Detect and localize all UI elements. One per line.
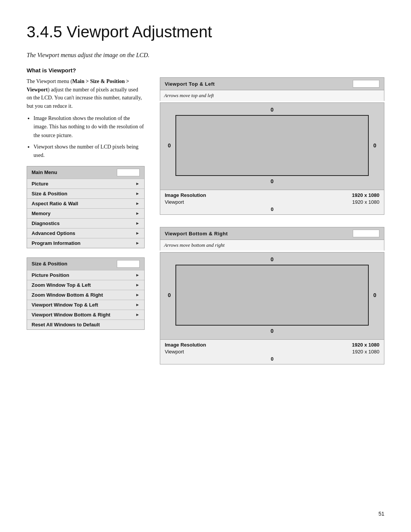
arrow-icon: ► <box>135 201 140 206</box>
viewport-bottom-right-zero: 0 <box>165 356 379 362</box>
menu-item-size-position-label: Size & Position <box>32 191 67 197</box>
viewport-top-left-info: Image Resolution 1920 x 1080 Viewport 19… <box>160 190 384 215</box>
menu-item-zoom-bottom-right[interactable]: Zoom Window Bottom & Right ► <box>27 290 144 300</box>
menu-item-aspect-ratio-label: Aspect Ratio & Wall <box>32 201 78 206</box>
viewport-bottom-right-left-value: 0 <box>166 292 173 298</box>
menu-item-picture[interactable]: Picture ► <box>27 179 144 189</box>
viewport-value: 1920 x 1080 <box>352 199 379 205</box>
menu-item-aspect-ratio[interactable]: Aspect Ratio & Wall ► <box>27 198 144 208</box>
viewport-top-left-canvas: 0 0 0 0 <box>160 102 384 190</box>
viewport-top-left-viewport-row: Viewport 1920 x 1080 <box>165 199 379 205</box>
main-menu-box: Main Menu Picture ► Size & Position ► As… <box>27 166 145 248</box>
menu-item-viewport-top-left[interactable]: Viewport Window Top & Left ► <box>27 300 144 310</box>
viewport-top-left-bottom-value: 0 <box>166 178 379 184</box>
viewport-label: Viewport <box>165 199 184 205</box>
menu-item-viewport-bottom-right[interactable]: Viewport Window Bottom & Right ► <box>27 310 144 320</box>
menu-item-diagnostics[interactable]: Diagnostics ► <box>27 218 144 228</box>
viewport-bottom-right-diagram: Viewport Bottom & Right Arrows move bott… <box>160 227 384 364</box>
size-position-header-rect <box>117 260 140 268</box>
menu-item-advanced-options[interactable]: Advanced Options ► <box>27 228 144 238</box>
size-position-menu-box: Size & Position Picture Position ► Zoom … <box>27 257 145 330</box>
viewport-top-left-diagram: Viewport Top & Left Arrows move top and … <box>160 77 384 215</box>
main-menu-header: Main Menu <box>27 166 144 179</box>
arrow-icon: ► <box>135 273 140 277</box>
viewport-bottom-right-title-bar: Viewport Bottom & Right <box>160 227 384 240</box>
viewport-top-left-resolution-row: Image Resolution 1920 x 1080 <box>165 192 379 198</box>
arrow-icon: ► <box>135 302 140 307</box>
viewport-bottom-right-info: Image Resolution 1920 x 1080 Viewport 19… <box>160 340 384 364</box>
viewport-bottom-right-title: Viewport Bottom & Right <box>165 231 228 236</box>
viewport-top-left-right-value: 0 <box>371 142 379 149</box>
bullet-list: Image Resolution shows the resolution of… <box>33 114 145 160</box>
menu-item-viewport-bottom-right-label: Viewport Window Bottom & Right <box>32 312 110 318</box>
menu-item-zoom-bottom-right-label: Zoom Window Bottom & Right <box>32 292 103 298</box>
resolution-value-2: 1920 x 1080 <box>352 342 379 348</box>
menu-item-picture-label: Picture <box>32 181 48 187</box>
viewport-bottom-right-right-value: 0 <box>371 292 379 298</box>
menu-item-program-info-label: Program Information <box>32 240 81 246</box>
section-heading: What is Viewport? <box>27 67 384 73</box>
bullet-viewport: Viewport shows the number of LCD pixels … <box>33 143 145 160</box>
left-column: The Viewport menu (Main > Size & Positio… <box>27 77 145 377</box>
menu-item-memory[interactable]: Memory ► <box>27 208 144 218</box>
arrow-icon: ► <box>135 211 140 216</box>
menu-item-zoom-top-left-label: Zoom Window Top & Left <box>32 282 91 288</box>
menu-item-zoom-top-left[interactable]: Zoom Window Top & Left ► <box>27 280 144 290</box>
viewport-top-left-arrows-label: Arrows move top and left <box>160 90 384 101</box>
arrow-icon: ► <box>135 191 140 196</box>
viewport-bottom-right-resolution-row: Image Resolution 1920 x 1080 <box>165 342 379 348</box>
main-menu-header-rect <box>117 169 140 176</box>
menu-item-reset-windows[interactable]: Reset All Windows to Default <box>27 320 144 329</box>
viewport-bottom-right-title-rect <box>353 230 379 237</box>
resolution-value: 1920 x 1080 <box>352 192 379 198</box>
viewport-top-left-title: Viewport Top & Left <box>165 81 215 87</box>
menu-item-size-position[interactable]: Size & Position ► <box>27 189 144 198</box>
page-subtitle: The Viewport menus adjust the image on t… <box>27 52 384 59</box>
viewport-top-left-title-rect <box>353 80 379 88</box>
menu-item-reset-windows-label: Reset All Windows to Default <box>32 322 100 328</box>
viewport-bottom-right-middle-row: 0 0 <box>166 265 379 326</box>
viewport-value-2: 1920 x 1080 <box>352 349 379 355</box>
page-number: 51 <box>378 511 384 517</box>
viewport-top-left-title-bar: Viewport Top & Left <box>160 77 384 90</box>
arrow-icon: ► <box>135 221 140 225</box>
viewport-bottom-right-arrows-label: Arrows move bottom and right <box>160 240 384 251</box>
viewport-bottom-right-inner-box <box>175 265 369 326</box>
menu-item-diagnostics-label: Diagnostics <box>32 220 60 226</box>
viewport-bottom-right-canvas: 0 0 0 0 <box>160 252 384 340</box>
bullet-image-resolution: Image Resolution shows the resolution of… <box>33 114 145 140</box>
arrow-icon: ► <box>135 292 140 297</box>
viewport-label-2: Viewport <box>165 349 184 355</box>
viewport-top-left-middle-row: 0 0 <box>166 115 379 176</box>
menu-item-memory-label: Memory <box>32 211 51 216</box>
arrow-icon: ► <box>135 283 140 287</box>
arrow-icon: ► <box>135 181 140 186</box>
viewport-top-left-inner-box <box>175 115 369 176</box>
viewport-bottom-right-viewport-row: Viewport 1920 x 1080 <box>165 349 379 355</box>
arrow-icon: ► <box>135 241 140 245</box>
menu-item-picture-position-label: Picture Position <box>32 272 69 278</box>
viewport-top-left-top-value: 0 <box>166 107 379 113</box>
arrow-icon: ► <box>135 312 140 317</box>
viewport-top-left-zero: 0 <box>165 206 379 212</box>
resolution-label: Image Resolution <box>165 192 206 198</box>
viewport-top-left-left-value: 0 <box>166 142 173 149</box>
menu-item-program-info[interactable]: Program Information ► <box>27 238 144 248</box>
resolution-label-2: Image Resolution <box>165 342 206 348</box>
size-position-header-label: Size & Position <box>32 261 67 267</box>
viewport-bottom-right-bottom-value: 0 <box>166 328 379 334</box>
menu-item-viewport-top-left-label: Viewport Window Top & Left <box>32 302 98 308</box>
viewport-bottom-right-top-value: 0 <box>166 256 379 262</box>
page-title: 3.4.5 Viewport Adjustment <box>27 23 384 41</box>
size-position-menu-header: Size & Position <box>27 258 144 270</box>
menu-item-picture-position[interactable]: Picture Position ► <box>27 270 144 280</box>
menu-item-advanced-options-label: Advanced Options <box>32 230 75 236</box>
body-paragraph: The Viewport menu (Main > Size & Positio… <box>27 77 145 110</box>
right-column: Viewport Top & Left Arrows move top and … <box>160 77 384 377</box>
arrow-icon: ► <box>135 231 140 235</box>
main-menu-header-label: Main Menu <box>32 169 57 175</box>
